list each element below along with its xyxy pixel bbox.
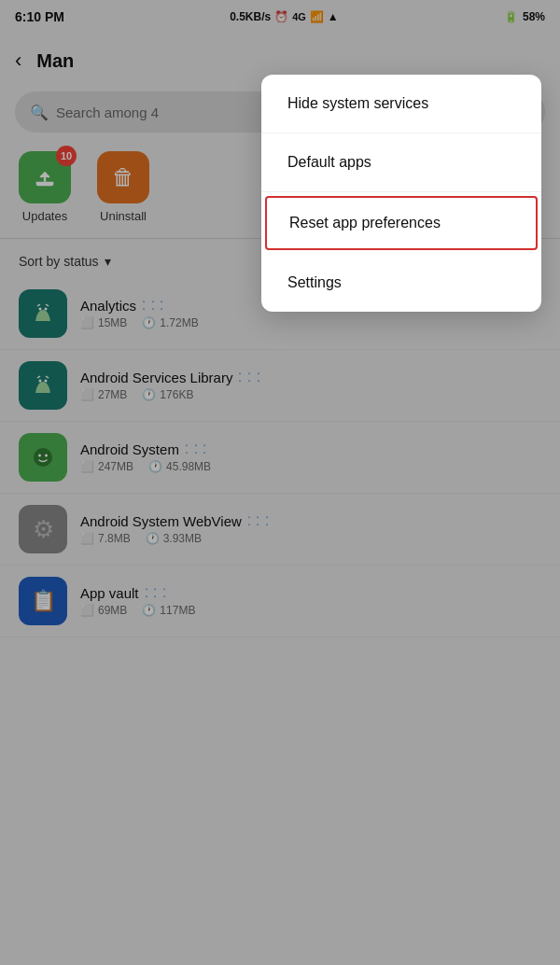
menu-item-hide-system[interactable]: Hide system services — [261, 75, 541, 133]
dropdown-menu: Hide system services Default apps Reset … — [261, 75, 541, 312]
menu-item-default-apps[interactable]: Default apps — [261, 133, 541, 192]
menu-item-settings[interactable]: Settings — [261, 254, 541, 312]
hide-system-label: Hide system services — [287, 95, 428, 111]
menu-item-reset-prefs[interactable]: Reset app preferences — [265, 196, 538, 250]
default-apps-label: Default apps — [287, 154, 371, 170]
settings-label: Settings — [287, 274, 342, 290]
reset-prefs-label: Reset app preferences — [289, 215, 441, 231]
